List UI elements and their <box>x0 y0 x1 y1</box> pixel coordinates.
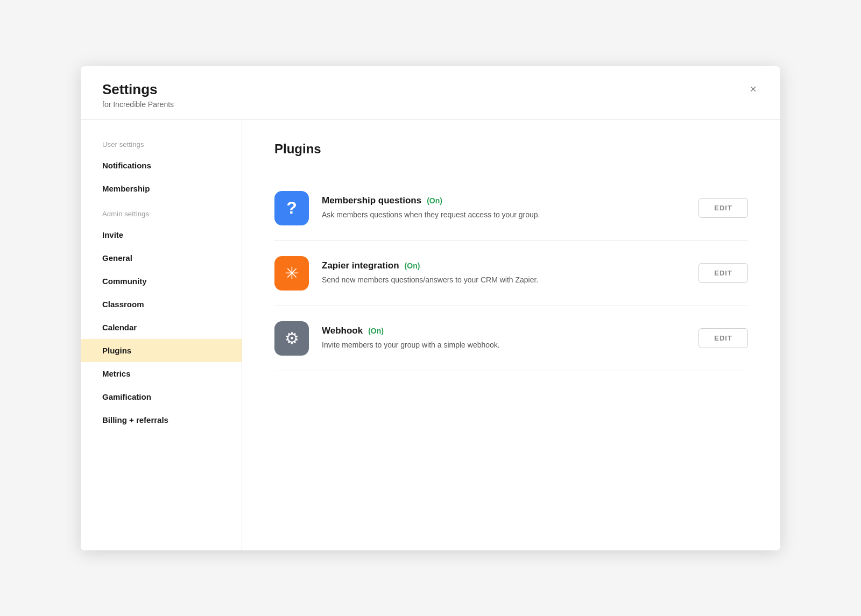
page-title: Plugins <box>274 141 748 157</box>
webhook-name-row: Webhook (On) <box>322 325 686 336</box>
sidebar-item-membership[interactable]: Membership <box>81 177 242 200</box>
plugin-item-membership-questions: Membership questions (On) Ask members qu… <box>274 176 748 241</box>
modal-body: User settings Notifications Membership A… <box>81 120 780 550</box>
sidebar-item-calendar[interactable]: Calendar <box>81 316 242 339</box>
zapier-status: (On) <box>405 261 420 270</box>
main-content: Plugins Membership questions (On) Ask me… <box>242 120 780 550</box>
plugin-item-webhook: Webhook (On) Invite members to your grou… <box>274 306 748 371</box>
modal-title-block: Settings for Incredible Parents <box>102 81 174 109</box>
sidebar-item-general[interactable]: General <box>81 246 242 270</box>
modal-title: Settings <box>102 81 174 98</box>
sidebar-item-notifications[interactable]: Notifications <box>81 154 242 177</box>
zapier-icon <box>274 256 309 291</box>
modal-header: Settings for Incredible Parents × <box>81 66 780 120</box>
sidebar-item-classroom[interactable]: Classroom <box>81 293 242 316</box>
membership-questions-info: Membership questions (On) Ask members qu… <box>322 195 686 221</box>
zapier-name-row: Zapier integration (On) <box>322 260 686 271</box>
webhook-edit-button[interactable]: EDIT <box>698 328 748 348</box>
plugin-list: Membership questions (On) Ask members qu… <box>274 176 748 371</box>
sidebar: User settings Notifications Membership A… <box>81 120 242 550</box>
membership-questions-name: Membership questions <box>322 195 421 206</box>
webhook-status: (On) <box>368 327 384 335</box>
webhook-name: Webhook <box>322 325 363 336</box>
membership-questions-desc: Ask members questions when they request … <box>322 209 686 221</box>
admin-settings-label: Admin settings <box>81 210 242 223</box>
sidebar-item-invite[interactable]: Invite <box>81 223 242 246</box>
membership-questions-name-row: Membership questions (On) <box>322 195 686 206</box>
membership-questions-edit-button[interactable]: EDIT <box>698 198 748 218</box>
sidebar-item-community[interactable]: Community <box>81 270 242 293</box>
webhook-icon <box>274 321 309 356</box>
membership-questions-icon <box>274 191 309 225</box>
zapier-name: Zapier integration <box>322 260 399 271</box>
zapier-desc: Send new members questions/answers to yo… <box>322 274 686 286</box>
user-settings-label: User settings <box>81 140 242 154</box>
modal-subtitle: for Incredible Parents <box>102 100 174 109</box>
sidebar-item-billing[interactable]: Billing + referrals <box>81 408 242 431</box>
sidebar-item-gamification[interactable]: Gamification <box>81 385 242 408</box>
close-button[interactable]: × <box>747 81 759 97</box>
zapier-edit-button[interactable]: EDIT <box>698 263 748 283</box>
settings-modal: Settings for Incredible Parents × User s… <box>81 66 780 550</box>
webhook-info: Webhook (On) Invite members to your grou… <box>322 325 686 351</box>
sidebar-item-plugins[interactable]: Plugins <box>81 339 242 362</box>
webhook-desc: Invite members to your group with a simp… <box>322 339 686 351</box>
membership-questions-status: (On) <box>427 196 442 205</box>
plugin-item-zapier: Zapier integration (On) Send new members… <box>274 241 748 306</box>
zapier-info: Zapier integration (On) Send new members… <box>322 260 686 286</box>
sidebar-item-metrics[interactable]: Metrics <box>81 362 242 385</box>
